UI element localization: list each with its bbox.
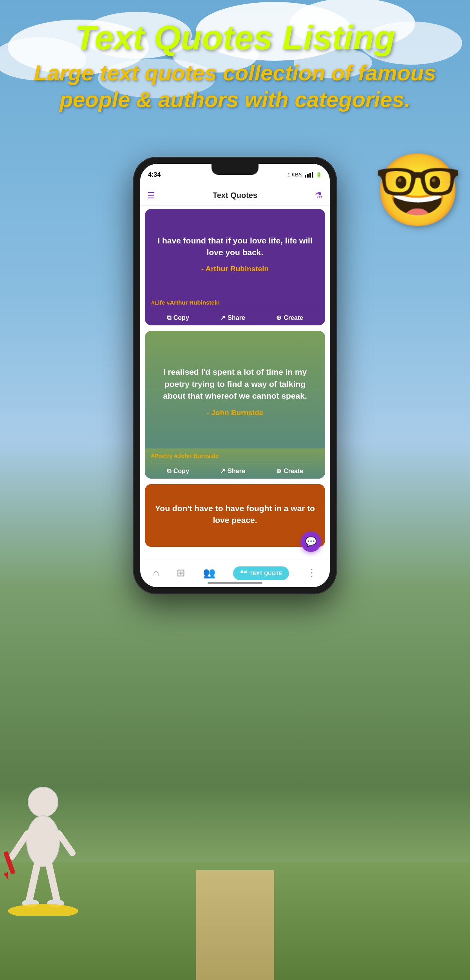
copy-icon-2: ⧉ — [167, 468, 171, 475]
home-indicator — [208, 582, 262, 584]
nav-grid[interactable]: ⊞ — [177, 567, 185, 580]
share-button-1[interactable]: ↗ Share — [220, 314, 245, 321]
phone-notch — [212, 164, 258, 175]
svg-point-19 — [8, 904, 78, 916]
quote-tags-1: #Life #Arthur Rubinstein — [151, 299, 319, 306]
quote-author-1: - Arthur Rubinstein — [154, 265, 316, 273]
create-label-1: Create — [284, 314, 303, 321]
main-title: Text Quotes Listing — [16, 20, 454, 56]
create-icon-2: ⊕ — [276, 467, 281, 475]
share-label-1: Share — [228, 314, 245, 321]
copy-button-1[interactable]: ⧉ Copy — [167, 314, 189, 321]
quote-body-2: I realised I'd spent a lot of time in my… — [145, 331, 325, 448]
bar2 — [307, 174, 309, 178]
more-icon: ⋮ — [307, 567, 317, 579]
phone-outer: 4:34 1 KB/s 🔋 ☰ Text Quotes ⚗ — [133, 157, 337, 594]
svg-line-11 — [12, 833, 27, 857]
svg-point-9 — [28, 787, 58, 817]
quote-card-3: You don't have to have fought in a war t… — [145, 484, 325, 547]
svg-line-16 — [49, 865, 57, 900]
copy-button-2[interactable]: ⧉ Copy — [167, 467, 189, 475]
quote-body-1: I have found that if you love life, life… — [145, 209, 325, 295]
authors-icon: 👥 — [203, 567, 215, 579]
create-icon-1: ⊕ — [276, 314, 281, 321]
svg-point-10 — [27, 816, 60, 867]
quote-text-3: You don't have to have fought in a war t… — [154, 503, 316, 526]
fab-button[interactable]: 💬 — [301, 532, 321, 552]
share-icon-1: ↗ — [220, 314, 225, 321]
nav-home[interactable]: ⌂ — [153, 567, 159, 580]
text-quote-icon: ❝❝ — [240, 570, 247, 577]
phone-mockup: 4:34 1 KB/s 🔋 ☰ Text Quotes ⚗ — [133, 157, 337, 594]
battery-icon: 🔋 — [316, 172, 322, 178]
quote-tags-2: #Poetry #John Burnside — [151, 452, 319, 459]
share-label-2: Share — [228, 468, 245, 475]
nav-more[interactable]: ⋮ — [307, 567, 317, 580]
path — [196, 870, 274, 980]
app-title: Text Quotes — [213, 191, 257, 200]
create-button-2[interactable]: ⊕ Create — [276, 467, 303, 475]
nav-authors[interactable]: 👥 — [203, 567, 215, 580]
svg-line-14 — [59, 833, 72, 853]
status-bar: 4:34 1 KB/s 🔋 — [140, 164, 330, 185]
quote-actions-1: ⧉ Copy ↗ Share ⊕ Create — [151, 310, 319, 325]
grid-icon: ⊞ — [177, 567, 185, 579]
header-section: Text Quotes Listing Large text quotes co… — [0, 20, 470, 113]
quote-footer-1: #Life #Arthur Rubinstein ⧉ Copy ↗ Share — [145, 295, 325, 325]
quote-text-2: I realised I'd spent a lot of time in my… — [154, 366, 316, 402]
fab-icon: 💬 — [305, 536, 317, 547]
subtitle: Large text quotes collection of famous p… — [16, 60, 454, 112]
quote-author-2: - John Burnside — [154, 408, 316, 417]
copy-icon-1: ⧉ — [167, 314, 171, 321]
status-time: 4:34 — [148, 171, 161, 178]
quote-text-1: I have found that if you love life, life… — [154, 235, 316, 259]
emoji-decoration: 🤓 — [374, 149, 462, 232]
app-header: ☰ Text Quotes ⚗ — [140, 185, 330, 206]
bar1 — [305, 175, 306, 178]
create-label-2: Create — [284, 468, 303, 475]
home-icon: ⌂ — [153, 567, 159, 579]
status-icons: 1 KB/s 🔋 — [287, 172, 322, 178]
nav-text-quote[interactable]: ❝❝ TEXT QUOTE — [233, 566, 289, 580]
quote-footer-2: #Poetry #John Burnside ⧉ Copy ↗ Share — [145, 448, 325, 479]
share-button-2[interactable]: ↗ Share — [220, 467, 245, 475]
bar4 — [312, 172, 313, 178]
text-quote-label: TEXT QUOTE — [249, 570, 282, 576]
character-decoration — [4, 779, 82, 917]
quote-actions-2: ⧉ Copy ↗ Share ⊕ Create — [151, 463, 319, 479]
quotes-list: I have found that if you love life, life… — [140, 206, 330, 559]
bar3 — [309, 173, 311, 178]
filter-left-icon[interactable]: ☰ — [147, 191, 155, 201]
create-button-1[interactable]: ⊕ Create — [276, 314, 303, 321]
svg-marker-13 — [4, 872, 11, 881]
filter-icon[interactable]: ⚗ — [315, 191, 323, 201]
copy-label-2: Copy — [174, 468, 189, 475]
share-icon-2: ↗ — [220, 467, 225, 475]
quote-card-2: I realised I'd spent a lot of time in my… — [145, 331, 325, 479]
svg-line-15 — [29, 865, 37, 900]
quote-card-1: I have found that if you love life, life… — [145, 209, 325, 325]
quote-body-3: You don't have to have fought in a war t… — [145, 484, 325, 547]
signal-bars — [305, 172, 313, 178]
copy-label-1: Copy — [174, 314, 189, 321]
kb-indicator: 1 KB/s — [287, 172, 302, 178]
phone-screen: 4:34 1 KB/s 🔋 ☰ Text Quotes ⚗ — [140, 164, 330, 587]
